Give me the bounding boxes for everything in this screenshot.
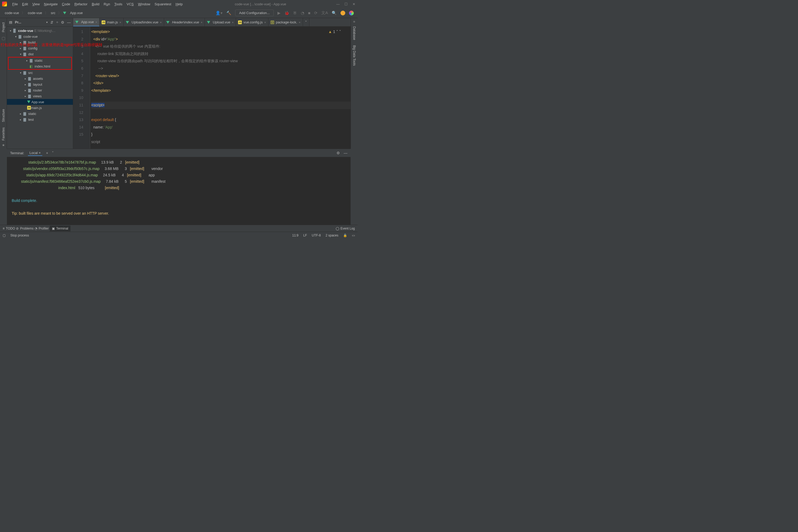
menu-file[interactable]: File — [10, 2, 20, 6]
tree-item-App-vue[interactable]: App.vue — [7, 99, 73, 105]
editor-tab-vue-config-js[interactable]: JSvue.config.js× — [236, 18, 268, 26]
editor-tab-package-lock-[interactable]: { }package-lock.× — [268, 18, 303, 26]
left-tool-project[interactable]: Project — [2, 22, 5, 32]
close-icon[interactable]: × — [119, 21, 121, 24]
stop-icon[interactable]: ■ — [308, 11, 310, 15]
gear-icon[interactable]: ⚙ — [337, 151, 340, 155]
tree-item-static[interactable]: ▸▇static — [7, 111, 73, 116]
terminal-output[interactable]: static/js/2.bf534ce78b7e164787bf.js.map … — [7, 157, 350, 225]
menu-edit[interactable]: Edit — [20, 2, 30, 6]
database-icon[interactable]: ≡ — [353, 20, 355, 24]
menu-refactor[interactable]: Refactor — [72, 2, 90, 6]
prev-error-icon[interactable]: ˄ — [336, 28, 338, 36]
collapse-icon[interactable]: ÷ — [56, 20, 58, 24]
profiler-icon[interactable]: ◔ — [301, 11, 304, 15]
editor-tab-main-js[interactable]: JSmain.js× — [99, 18, 124, 26]
ide-mem-icon[interactable]: ▭ — [352, 233, 355, 237]
inspection-widget[interactable]: ▲ 1 ˄ ˅ — [328, 28, 341, 36]
search-icon[interactable]: 🔍 — [332, 11, 337, 15]
project-header-label[interactable]: Pr... — [15, 20, 44, 24]
tree-item-main-js[interactable]: JSmain.js — [7, 105, 73, 111]
menu-code[interactable]: Code — [60, 2, 72, 6]
menu-tools[interactable]: Tools — [112, 2, 125, 6]
add-terminal-icon[interactable]: + — [46, 151, 48, 155]
tree-item-static[interactable]: ▸▇static — [8, 57, 71, 63]
tree-item-views[interactable]: ▸▇views — [7, 93, 73, 99]
editor-tab-App-vue[interactable]: App.vue× — [73, 18, 99, 26]
close-icon[interactable]: × — [160, 21, 162, 24]
project-view-icon[interactable]: ▤ — [9, 20, 12, 24]
run-icon[interactable]: ▶ — [278, 11, 281, 15]
close-button[interactable]: ✕ — [353, 2, 355, 6]
user-icon[interactable]: 👤▾ — [215, 11, 223, 15]
gear-icon[interactable]: ⚙ — [61, 20, 64, 24]
breadcrumb-item[interactable]: src — [50, 11, 56, 15]
folder-icon[interactable]: ▢ — [2, 36, 5, 41]
event-log-button[interactable]: ◯ Event Log — [336, 227, 355, 230]
close-icon[interactable]: × — [299, 21, 300, 24]
close-icon[interactable]: × — [232, 21, 233, 24]
menu-window[interactable]: Window — [136, 2, 152, 6]
status-indicator-icon[interactable]: ▢ — [3, 233, 5, 237]
hide-icon[interactable]: — — [344, 151, 347, 155]
tree-item-code-vue[interactable]: ▾▇code-vue — [7, 34, 73, 39]
tree-root[interactable]: ▾▉code-vue E:\Working\… — [7, 28, 73, 34]
expand-all-icon[interactable]: ⇵ — [50, 20, 54, 24]
editor-tab-Upload-index-vue[interactable]: Upload\index.vue× — [124, 18, 164, 26]
lock-icon[interactable]: 🔒 — [343, 233, 347, 237]
close-icon[interactable]: × — [95, 20, 97, 24]
menu-run[interactable]: Run — [101, 2, 112, 6]
close-icon[interactable]: × — [201, 21, 203, 24]
breadcrumb-item[interactable]: code-vue — [4, 11, 20, 15]
tree-item-assets[interactable]: ▸▇assets — [7, 76, 73, 81]
line-separator[interactable]: LF — [303, 233, 307, 237]
right-tool-bigdata[interactable]: Big Data Tools — [353, 45, 356, 66]
right-tool-database[interactable]: Database — [353, 26, 356, 40]
translate-icon[interactable]: 文A — [321, 11, 328, 15]
close-icon[interactable]: × — [39, 151, 41, 155]
chevron-down-icon[interactable]: ˅ — [52, 151, 54, 155]
terminal-tab-local[interactable]: Local × — [28, 150, 42, 156]
menu-squaretest[interactable]: Squaretest — [152, 2, 173, 6]
vcs-update-icon[interactable]: ⟳ — [314, 11, 318, 15]
tree-item-router[interactable]: ▸▇router — [7, 87, 73, 93]
left-tool-structure[interactable]: Structure — [2, 109, 5, 122]
debug-icon[interactable]: 🐞 — [284, 11, 289, 15]
ide-update-icon[interactable] — [341, 11, 345, 15]
file-encoding[interactable]: UTF-8 — [312, 233, 321, 237]
next-error-icon[interactable]: ˅ — [339, 28, 341, 36]
tree-item-test[interactable]: ▸▇test — [7, 116, 73, 122]
tree-item-src[interactable]: ▾▇src — [7, 70, 73, 76]
tabs-overflow[interactable]: ˅ — [303, 18, 309, 26]
bottom-tool-problems[interactable]: ⊘ Problems — [16, 226, 34, 231]
bottom-tool-terminal[interactable]: ▣ Terminal — [50, 226, 70, 231]
menu-navigate[interactable]: Navigate — [42, 2, 60, 6]
editor-crumb[interactable]: script — [91, 138, 350, 146]
bottom-tool-profiler[interactable]: ◔ Profiler — [35, 226, 49, 231]
caret-position[interactable]: 11:9 — [292, 233, 299, 237]
tree-item-layout[interactable]: ▸▇layout — [7, 81, 73, 87]
hide-icon[interactable]: — — [67, 20, 71, 24]
editor-tab-Header-index-vue[interactable]: Header\index.vue× — [164, 18, 205, 26]
menu-vcs[interactable]: VCS — [125, 2, 136, 6]
menu-help[interactable]: Help — [173, 2, 185, 6]
menu-view[interactable]: View — [30, 2, 42, 6]
minimize-button[interactable]: — — [336, 2, 340, 6]
plugin-icon[interactable] — [349, 11, 354, 15]
menu-build[interactable]: Build — [90, 2, 101, 6]
coverage-icon[interactable]: ⛨ — [293, 11, 297, 15]
breadcrumb-item[interactable]: code-vue — [26, 11, 43, 15]
bottom-tool-todo[interactable]: ≡ TODO — [3, 226, 15, 231]
tree-item-index-html[interactable]: ◧index.html — [8, 63, 71, 69]
close-icon[interactable]: × — [264, 21, 266, 24]
editor-tab-Upload-vue[interactable]: Upload.vue× — [205, 18, 236, 26]
chevron-down-icon[interactable]: ▾ — [46, 21, 48, 24]
breadcrumb-item[interactable]: App.vue — [69, 11, 84, 15]
hammer-icon[interactable]: 🔨 — [226, 11, 231, 15]
maximize-button[interactable]: ☐ — [344, 2, 348, 6]
run-config-button[interactable]: Add Configuration... — [235, 10, 274, 16]
left-tool-favorites[interactable]: Favorites — [2, 128, 5, 140]
code-editor[interactable]: <template> <div id="App"> <!-- vue 给你提供的… — [90, 26, 350, 149]
tree-item-dist[interactable]: ▾▇dist — [7, 51, 73, 57]
indent-config[interactable]: 2 spaces — [326, 233, 338, 237]
